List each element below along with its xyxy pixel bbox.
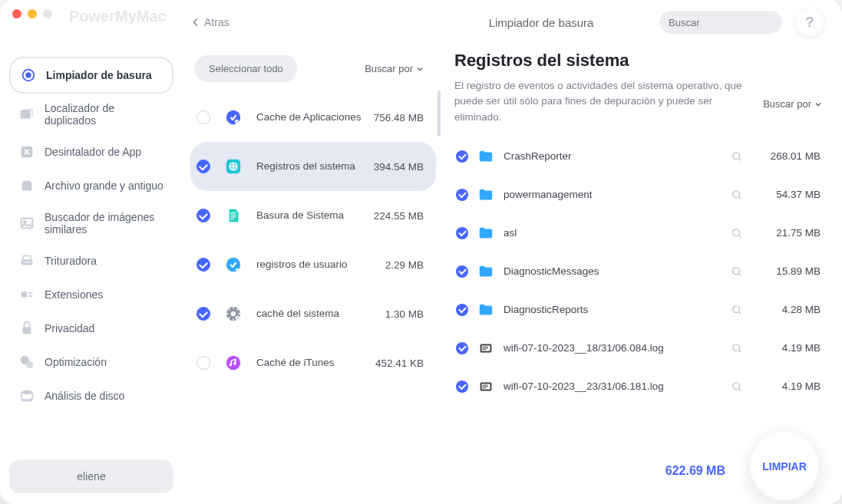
file-row[interactable]: DiagnosticReports4.28 MB [454,291,822,329]
file-checkbox[interactable] [456,189,468,201]
category-name: caché del sistema [256,307,376,321]
category-checkbox[interactable] [196,110,210,124]
search-box[interactable] [659,11,782,34]
chevron-down-icon [416,65,424,73]
file-checkbox[interactable] [456,150,468,163]
category-checkbox[interactable] [196,209,210,222]
sidebar-item-app-uninstaller[interactable]: Desintalador de App [9,135,173,169]
file-row[interactable]: CrashReporter268.01 MB [454,137,822,176]
category-icon [220,202,247,229]
file-name: wifi-07-10-2023__18/31/06.084.log [504,342,722,354]
user-account-pill[interactable]: eliene [9,460,173,493]
category-name: Cache de Aplicaciones [256,110,365,124]
reveal-in-finder-button[interactable] [731,151,742,162]
file-name: DiagnosticMessages [504,265,722,277]
category-item[interactable]: registros de usuario2.29 MB [190,240,436,289]
sidebar-item-optimization[interactable]: Optimización [9,345,173,379]
shredder-icon [18,252,35,269]
sidebar-item-duplicate-finder[interactable]: Localizador de duplicados [9,94,173,135]
sidebar-item-label: Buscador de imágenes similares [45,211,164,236]
scrollbar[interactable] [438,91,441,137]
reveal-in-finder-button[interactable] [731,189,742,200]
category-item[interactable]: Registros del sistema394.54 MB [190,142,436,191]
category-size: 224.55 MB [374,210,424,222]
file-row[interactable]: wifi-07-10-2023__18/31/06.084.log4.19 MB [454,329,822,367]
svg-rect-14 [21,400,33,402]
category-icon [220,300,247,328]
similar-images-icon [18,215,35,232]
category-name: Caché de iTunes [256,356,366,370]
sort-by-dropdown-mid[interactable]: Buscar por [365,63,424,74]
chevron-down-icon [814,100,822,108]
svg-rect-9 [21,292,27,297]
reveal-in-finder-button[interactable] [731,228,742,239]
file-checkbox[interactable] [456,380,468,393]
help-button[interactable]: ? [796,8,824,36]
back-button[interactable]: Atras [190,16,229,28]
svg-point-33 [733,191,740,198]
sidebar: Limpiador de basuraLocalizador de duplic… [0,0,183,504]
file-name: CrashReporter [504,150,722,162]
category-item[interactable]: Cache de Aplicaciones756.48 MB [190,93,436,142]
file-checkbox[interactable] [456,304,468,316]
maximize-window-icon[interactable] [43,9,52,18]
file-row[interactable]: powermanagement54.37 MB [454,176,822,214]
clean-button[interactable]: LIMPIAR [750,432,819,501]
svg-point-1 [26,73,31,77]
file-checkbox[interactable] [456,227,468,239]
chevron-left-icon [190,17,201,28]
sidebar-item-large-old-files[interactable]: Archivo grande y antiguo [9,169,173,203]
footer: 622.69 MB LIMPIAR [183,438,842,504]
search-input[interactable] [669,17,797,28]
category-checkbox[interactable] [196,160,210,173]
junk-cleaner-icon [20,67,37,84]
sidebar-item-privacy[interactable]: Privacidad [9,311,173,345]
reveal-in-finder-button[interactable] [731,266,742,277]
minimize-window-icon[interactable] [28,9,37,18]
svg-rect-5 [21,219,33,229]
sidebar-item-junk-cleaner[interactable]: Limpiador de basura [9,57,173,94]
sort-by-dropdown-right[interactable]: Buscar por [763,98,822,110]
svg-point-30 [233,362,236,365]
detail-title: Registros del sistema [454,51,822,71]
category-name: registros de usuario [256,258,376,272]
large-old-files-icon [18,177,35,194]
svg-line-34 [739,196,741,199]
app-window: PowerMyMac Limpiador de basuraLocalizado… [0,0,842,504]
category-item[interactable]: caché del sistema1.30 MB [190,289,436,338]
category-checkbox[interactable] [196,307,210,321]
sidebar-item-label: Limpiador de basura [46,69,152,81]
window-controls [12,9,52,18]
file-row[interactable]: wifi-07-10-2023__23/31/06.181.log4.19 MB [454,367,822,406]
sidebar-item-label: Archivo grande y antiguo [45,180,163,192]
category-item[interactable]: Basura de Sistema224.55 MB [190,191,436,240]
optimization-icon [18,354,35,371]
file-size: 15.89 MB [751,265,821,277]
file-name: DiagnosticReports [504,304,722,315]
sidebar-item-shredder[interactable]: Trituradora [9,244,173,278]
category-checkbox[interactable] [196,356,210,370]
sidebar-item-disk-analysis[interactable]: Análisis de disco [9,379,173,413]
reveal-in-finder-button[interactable] [731,343,742,354]
sidebar-item-extensions[interactable]: Extensiones [9,278,173,311]
svg-point-12 [26,361,33,368]
duplicate-finder-icon [18,106,35,123]
file-checkbox[interactable] [456,265,468,278]
category-checkbox[interactable] [196,258,210,272]
reveal-in-finder-button[interactable] [731,305,742,315]
file-row[interactable]: DiagnosticMessages15.89 MB [454,252,822,291]
svg-point-18 [235,120,239,124]
category-icon [220,104,247,131]
svg-point-46 [733,344,740,351]
svg-point-13 [21,390,33,395]
sidebar-item-similar-images[interactable]: Buscador de imágenes similares [9,203,173,244]
category-item[interactable]: Caché de iTunes452.41 KB [190,338,436,387]
close-window-icon[interactable] [12,9,21,18]
file-checkbox[interactable] [456,342,468,354]
file-name: asl [504,227,722,239]
select-all-button[interactable]: Seleccionar todo [195,55,297,82]
reveal-in-finder-button[interactable] [731,381,742,392]
svg-line-40 [739,311,741,314]
svg-line-47 [739,350,741,352]
file-row[interactable]: asl21.75 MB [454,214,822,252]
